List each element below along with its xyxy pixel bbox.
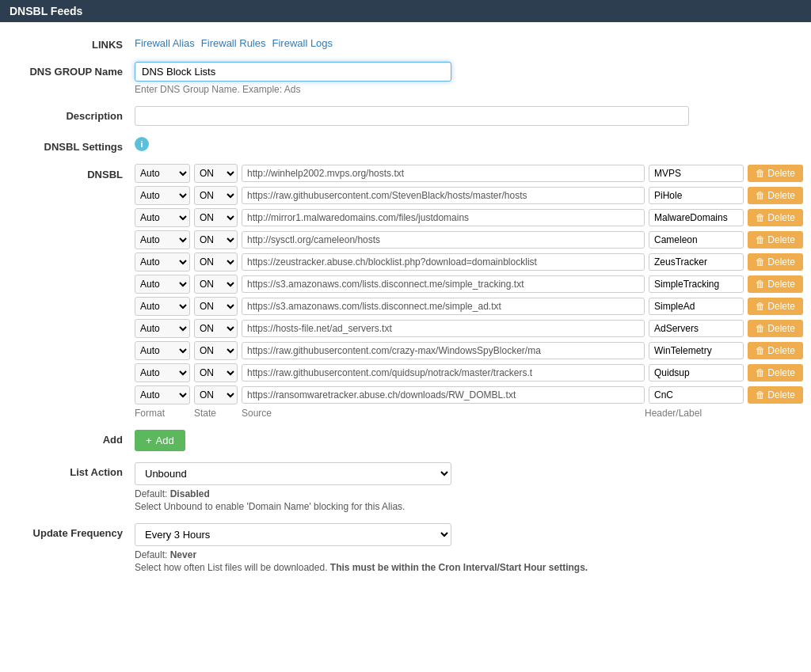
links-label: LINKS (8, 35, 135, 51)
col-format-label: Format (135, 408, 190, 419)
update-frequency-help-bold: This must be within the Cron Interval/St… (330, 562, 588, 573)
dns-group-label: DNS GROUP Name (8, 62, 135, 78)
header-input[interactable] (649, 253, 744, 271)
add-button-label: Add (156, 435, 174, 446)
dnsbl-table-row: AutoCIDRWhoisBGPONOFF🗑 Delete (135, 341, 803, 360)
list-action-label: List Action (8, 462, 135, 478)
dnsbl-table-row: AutoCIDRWhoisBGPONOFF🗑 Delete (135, 230, 803, 249)
dnsbl-table-row: AutoCIDRWhoisBGPONOFF🗑 Delete (135, 319, 803, 338)
header-input[interactable] (649, 364, 744, 382)
delete-button[interactable]: 🗑 Delete (748, 320, 803, 337)
header-input[interactable] (649, 231, 744, 249)
dnsbl-table-row: AutoCIDRWhoisBGPONOFF🗑 Delete (135, 363, 803, 382)
list-action-default-value: Disabled (170, 488, 210, 499)
header-input[interactable] (649, 386, 744, 404)
update-frequency-content: Every 3 HoursEvery HourEvery 6 HoursEver… (135, 523, 803, 573)
links-content: Firewall Alias Firewall Rules Firewall L… (135, 35, 803, 49)
delete-button[interactable]: 🗑 Delete (748, 298, 803, 315)
delete-button[interactable]: 🗑 Delete (748, 231, 803, 249)
state-select[interactable]: ONOFF (194, 230, 238, 249)
title-bar: DNSBL Feeds (0, 0, 811, 22)
col-source-label: Source (242, 408, 641, 419)
dnsbl-content: AutoCIDRWhoisBGPONOFF🗑 DeleteAutoCIDRWho… (135, 164, 803, 419)
delete-button[interactable]: 🗑 Delete (748, 209, 803, 226)
source-input[interactable] (242, 253, 645, 271)
update-frequency-help: Select how often List files will be down… (135, 562, 803, 573)
delete-button[interactable]: 🗑 Delete (748, 275, 803, 293)
add-button[interactable]: + Add (135, 430, 185, 451)
dns-group-row: DNS GROUP Name Enter DNS Group Name. Exa… (0, 57, 811, 100)
dnsbl-table-row: AutoCIDRWhoisBGPONOFF🗑 Delete (135, 164, 803, 183)
update-frequency-label: Update Frequency (8, 523, 135, 539)
dnsbl-table: AutoCIDRWhoisBGPONOFF🗑 DeleteAutoCIDRWho… (135, 164, 803, 404)
firewall-alias-link[interactable]: Firewall Alias (135, 37, 195, 49)
state-select[interactable]: ONOFF (194, 252, 238, 271)
delete-button[interactable]: 🗑 Delete (748, 386, 803, 404)
format-select[interactable]: AutoCIDRWhoisBGP (135, 186, 190, 205)
info-icon[interactable]: i (135, 137, 149, 151)
delete-button[interactable]: 🗑 Delete (748, 364, 803, 382)
state-select[interactable]: ONOFF (194, 208, 238, 227)
source-input[interactable] (242, 209, 645, 226)
delete-button[interactable]: 🗑 Delete (748, 187, 803, 204)
list-action-select[interactable]: UnboundDisabled (135, 462, 451, 485)
dnsbl-label: DNSBL (8, 164, 135, 180)
header-input[interactable] (649, 209, 744, 226)
description-input[interactable] (135, 106, 689, 126)
delete-button[interactable]: 🗑 Delete (748, 342, 803, 359)
header-input[interactable] (649, 275, 744, 293)
source-input[interactable] (242, 231, 645, 249)
dns-group-hint: Enter DNS Group Name. Example: Ads (135, 84, 803, 95)
state-select[interactable]: ONOFF (194, 186, 238, 205)
firewall-logs-link[interactable]: Firewall Logs (272, 37, 333, 49)
format-select[interactable]: AutoCIDRWhoisBGP (135, 297, 190, 316)
source-input[interactable] (242, 342, 645, 359)
col-state-label: State (194, 408, 238, 419)
list-action-default: Default: Disabled (135, 488, 803, 499)
format-select[interactable]: AutoCIDRWhoisBGP (135, 319, 190, 338)
source-input[interactable] (242, 187, 645, 204)
delete-button[interactable]: 🗑 Delete (748, 165, 803, 182)
source-input[interactable] (242, 165, 645, 182)
format-select[interactable]: AutoCIDRWhoisBGP (135, 230, 190, 249)
state-select[interactable]: ONOFF (194, 363, 238, 382)
update-frequency-select[interactable]: Every 3 HoursEvery HourEvery 6 HoursEver… (135, 523, 451, 546)
source-input[interactable] (242, 320, 645, 337)
firewall-rules-link[interactable]: Firewall Rules (201, 37, 266, 49)
col-header-label: Header/Label (645, 408, 740, 419)
format-select[interactable]: AutoCIDRWhoisBGP (135, 363, 190, 382)
state-select[interactable]: ONOFF (194, 341, 238, 360)
source-input[interactable] (242, 386, 645, 404)
delete-button[interactable]: 🗑 Delete (748, 253, 803, 271)
format-select[interactable]: AutoCIDRWhoisBGP (135, 385, 190, 404)
add-row: Add + Add (0, 425, 811, 456)
source-input[interactable] (242, 275, 645, 293)
description-row: Description (0, 101, 811, 131)
header-input[interactable] (649, 342, 744, 359)
header-input[interactable] (649, 187, 744, 204)
header-input[interactable] (649, 298, 744, 315)
dnsbl-section: DNSBL AutoCIDRWhoisBGPONOFF🗑 DeleteAutoC… (0, 159, 811, 423)
main-content: LINKS Firewall Alias Firewall Rules Fire… (0, 22, 811, 587)
state-select[interactable]: ONOFF (194, 297, 238, 316)
dns-group-input[interactable] (135, 62, 451, 82)
state-select[interactable]: ONOFF (194, 164, 238, 183)
update-frequency-default-value: Never (170, 549, 196, 560)
format-select[interactable]: AutoCIDRWhoisBGP (135, 252, 190, 271)
state-select[interactable]: ONOFF (194, 275, 238, 294)
source-input[interactable] (242, 298, 645, 315)
state-select[interactable]: ONOFF (194, 385, 238, 404)
column-labels: Format State Source Header/Label (135, 408, 803, 419)
dnsbl-table-row: AutoCIDRWhoisBGPONOFF🗑 Delete (135, 297, 803, 316)
format-select[interactable]: AutoCIDRWhoisBGP (135, 275, 190, 294)
format-select[interactable]: AutoCIDRWhoisBGP (135, 208, 190, 227)
source-input[interactable] (242, 364, 645, 382)
header-input[interactable] (649, 165, 744, 182)
state-select[interactable]: ONOFF (194, 319, 238, 338)
format-select[interactable]: AutoCIDRWhoisBGP (135, 164, 190, 183)
plus-icon: + (146, 435, 152, 446)
header-input[interactable] (649, 320, 744, 337)
add-content: + Add (135, 430, 803, 451)
format-select[interactable]: AutoCIDRWhoisBGP (135, 341, 190, 360)
description-content (135, 106, 803, 126)
